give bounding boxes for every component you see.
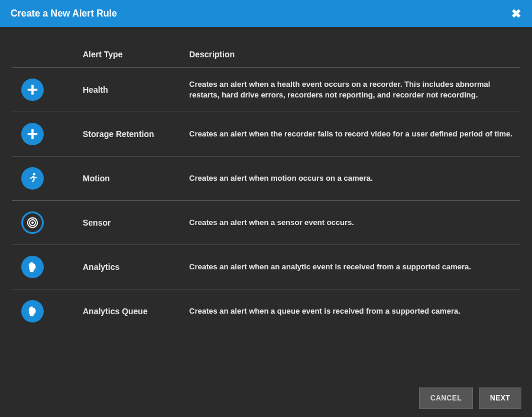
- alert-type-row[interactable]: Analytics QueueCreates an alert when a q…: [12, 289, 520, 334]
- head-icon: [21, 256, 44, 278]
- alert-type-table: Alert Type Description HealthCreates an …: [12, 45, 520, 333]
- running-icon: [21, 167, 44, 190]
- alert-type-row[interactable]: AnalyticsCreates an alert when an analyt…: [12, 245, 520, 289]
- alert-type-description: Creates an alert when an analytic event …: [183, 245, 520, 289]
- close-button[interactable]: ✖: [511, 8, 521, 19]
- alert-type-description: Creates an alert when motion occurs on a…: [183, 157, 520, 201]
- alert-type-description: Creates an alert when the recorder fails…: [183, 112, 520, 157]
- modal-header: Create a New Alert Rule ✖: [0, 0, 532, 27]
- target-icon: [21, 211, 44, 234]
- alert-type-description: Creates an alert when a health event occ…: [183, 68, 520, 112]
- head-icon: [21, 300, 44, 322]
- modal-content: Alert Type Description HealthCreates an …: [0, 27, 532, 379]
- modal-title: Create a New Alert Rule: [11, 8, 117, 19]
- create-alert-rule-modal: Create a New Alert Rule ✖ Alert Type Des…: [0, 0, 532, 417]
- column-description-header: Description: [183, 45, 520, 68]
- alert-type-row[interactable]: Storage RetentionCreates an alert when t…: [12, 112, 520, 157]
- alert-icon-cell: [12, 201, 77, 245]
- alert-icon-cell: [12, 289, 77, 334]
- alert-icon-cell: [12, 68, 77, 112]
- alert-icon-cell: [12, 245, 77, 289]
- plus-icon: [21, 123, 44, 145]
- next-button[interactable]: NEXT: [479, 387, 521, 409]
- modal-footer: CANCEL NEXT: [0, 379, 532, 417]
- alert-type-name: Health: [77, 68, 183, 112]
- alert-icon-cell: [12, 157, 77, 201]
- cancel-button[interactable]: CANCEL: [419, 387, 473, 409]
- alert-type-row[interactable]: HealthCreates an alert when a health eve…: [12, 68, 520, 112]
- alert-type-description: Creates an alert when a sensor event occ…: [183, 201, 520, 245]
- column-icon-header: [12, 45, 77, 68]
- alert-type-row[interactable]: SensorCreates an alert when a sensor eve…: [12, 201, 520, 245]
- alert-icon-cell: [12, 112, 77, 157]
- alert-type-name: Motion: [77, 157, 183, 201]
- alert-type-name: Sensor: [77, 201, 183, 245]
- alert-type-name: Analytics Queue: [77, 289, 183, 334]
- alert-type-row[interactable]: MotionCreates an alert when motion occur…: [12, 157, 520, 201]
- alert-type-name: Storage Retention: [77, 112, 183, 157]
- alert-type-name: Analytics: [77, 245, 183, 289]
- alert-type-description: Creates an alert when a queue event is r…: [183, 289, 520, 334]
- plus-icon: [21, 79, 44, 101]
- column-type-header: Alert Type: [77, 45, 183, 68]
